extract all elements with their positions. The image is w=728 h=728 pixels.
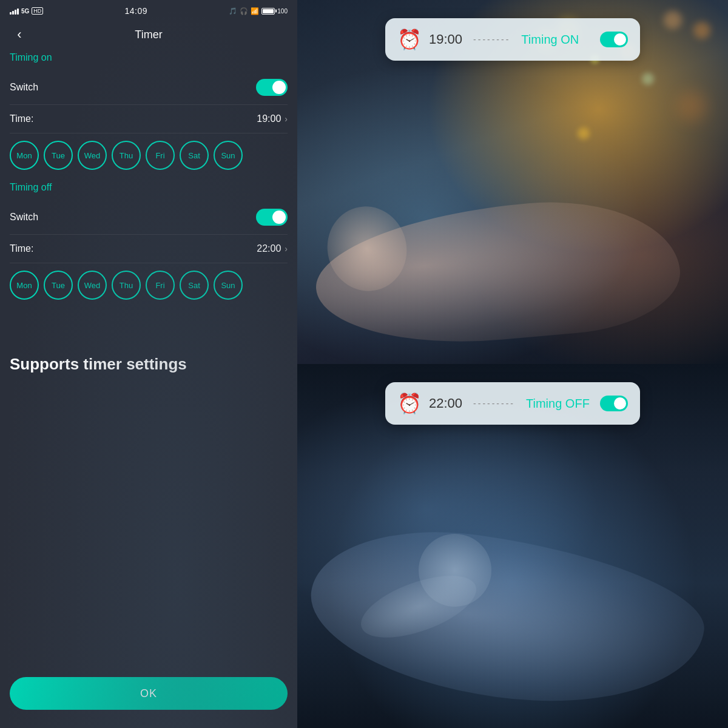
timing-off-time-label: Time: (10, 243, 33, 254)
right-panel: ⏰ 19:00 -------- Timing ON ⏰ 22:00 -----… (297, 0, 728, 728)
timing-on-label: Timing on (10, 52, 288, 63)
signal-bar-3 (15, 10, 16, 15)
timing-off-day-fri[interactable]: Fri (146, 271, 175, 300)
timer-off-label: Timing OFF (526, 397, 590, 411)
status-left: 5G HD (10, 7, 43, 15)
bokeh-5 (664, 11, 682, 29)
signal-bar-1 (10, 12, 12, 15)
status-time: 14:09 (125, 6, 148, 16)
timer-on-time: 19:00 (429, 32, 462, 47)
timing-off-day-tue[interactable]: Tue (44, 271, 73, 300)
timing-on-days: Mon Tue Wed Thu Fri Sat Sun (10, 133, 288, 180)
timer-on-dots: -------- (473, 35, 510, 44)
network-label: 5G (21, 8, 29, 15)
timing-on-day-sun[interactable]: Sun (214, 141, 243, 170)
timing-on-toggle[interactable] (256, 79, 288, 96)
timing-off-day-sun[interactable]: Sun (214, 271, 243, 300)
timing-on-switch-label: Switch (10, 82, 38, 93)
signal-bars (10, 7, 19, 15)
timing-on-day-tue[interactable]: Tue (44, 141, 73, 170)
bluetooth-icon: 🎵 (229, 7, 237, 15)
timer-content: Timing on Switch Time: 19:00 › Mon Tue W… (0, 52, 297, 342)
timing-off-section: Timing off Switch Time: 22:00 › Mon Tue … (10, 182, 288, 309)
right-bottom-image: ⏰ 22:00 --------- Timing OFF (297, 364, 728, 728)
timing-off-day-thu[interactable]: Thu (112, 271, 141, 300)
clock-icon-off: ⏰ (397, 392, 422, 415)
left-panel: 5G HD 14:09 🎵 🎧 📶 100 ‹ Timer Timing on … (0, 0, 297, 728)
bokeh-4 (642, 73, 654, 85)
timing-on-chevron: › (285, 114, 288, 124)
timer-on-label: Timing ON (521, 33, 579, 47)
timing-on-time-value[interactable]: 19:00 › (257, 113, 288, 124)
battery-fill (263, 9, 274, 13)
timing-off-day-mon[interactable]: Mon (10, 271, 39, 300)
battery-icon (261, 8, 275, 15)
timing-off-day-wed[interactable]: Wed (78, 271, 107, 300)
timing-on-day-sat[interactable]: Sat (180, 141, 209, 170)
timing-on-time-label: Time: (10, 113, 33, 124)
timer-off-dots: --------- (473, 399, 515, 408)
timing-off-time-row[interactable]: Time: 22:00 › (10, 235, 288, 263)
timer-card-on: ⏰ 19:00 -------- Timing ON (385, 18, 640, 61)
timing-on-switch-row: Switch (10, 70, 288, 105)
signal-bar-2 (12, 11, 14, 15)
timing-off-label: Timing off (10, 182, 288, 193)
timing-off-days: Mon Tue Wed Thu Fri Sat Sun (10, 263, 288, 309)
timing-off-time-value[interactable]: 22:00 › (257, 243, 288, 254)
timing-off-switch-label: Switch (10, 212, 38, 223)
battery-pct: 100 (277, 8, 288, 15)
timer-card-off: ⏰ 22:00 --------- Timing OFF (385, 382, 640, 425)
timing-on-day-mon[interactable]: Mon (10, 141, 39, 170)
timing-on-day-wed[interactable]: Wed (78, 141, 107, 170)
page-title: Timer (135, 29, 162, 41)
spacer (0, 375, 297, 665)
hd-badge: HD (32, 7, 43, 15)
bokeh-9 (693, 22, 710, 39)
clock-icon-on: ⏰ (397, 28, 422, 51)
timer-off-time: 22:00 (429, 396, 462, 411)
timing-off-switch-row: Switch (10, 200, 288, 235)
timing-off-day-sat[interactable]: Sat (180, 271, 209, 300)
back-button[interactable]: ‹ (10, 27, 29, 42)
ok-btn-wrapper: OK (0, 665, 297, 728)
timing-on-time-row[interactable]: Time: 19:00 › (10, 105, 288, 133)
wifi-icon: 📶 (251, 7, 259, 15)
app-header: ‹ Timer (0, 22, 297, 52)
status-bar: 5G HD 14:09 🎵 🎧 📶 100 (0, 0, 297, 22)
ok-button[interactable]: OK (10, 677, 288, 710)
timer-card-on-toggle[interactable] (600, 32, 628, 47)
timing-off-toggle[interactable] (256, 209, 288, 226)
timing-off-chevron: › (285, 244, 288, 254)
timing-on-day-fri[interactable]: Fri (146, 141, 175, 170)
bokeh-8 (578, 127, 590, 140)
timing-on-day-thu[interactable]: Thu (112, 141, 141, 170)
headphone-icon: 🎧 (240, 7, 248, 15)
signal-bar-4 (17, 8, 19, 15)
right-top-image: ⏰ 19:00 -------- Timing ON (297, 0, 728, 364)
bokeh-7 (676, 91, 707, 121)
timer-card-off-toggle[interactable] (600, 396, 628, 411)
supports-timer-text: Supports timer settings (0, 354, 297, 375)
status-right: 🎵 🎧 📶 100 (229, 7, 288, 15)
